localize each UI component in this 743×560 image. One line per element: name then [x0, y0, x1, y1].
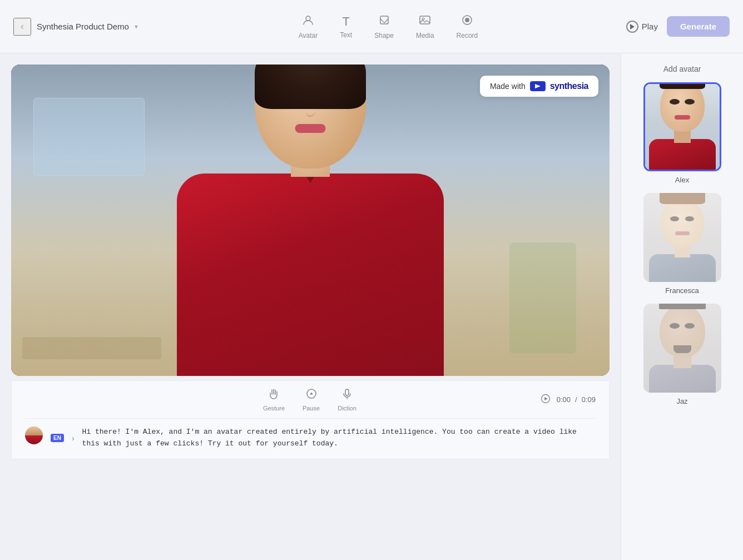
- time-total: 0:09: [582, 395, 596, 404]
- francesca-eye-r: [685, 216, 694, 221]
- tool-record[interactable]: Record: [457, 14, 478, 39]
- toolbar: ‹ Synthesia Product Demo ▾ Avatar T Text: [0, 0, 743, 53]
- avatar-card-img-jaz: [643, 304, 721, 393]
- dropdown-icon[interactable]: ▾: [135, 23, 138, 31]
- diction-label: Diction: [338, 405, 356, 412]
- diction-icon: [341, 388, 353, 403]
- controls-row: Gesture Pause: [25, 388, 596, 418]
- avatar-tool-icon: [302, 14, 314, 29]
- script-expand-arrow[interactable]: ›: [72, 434, 75, 443]
- diction-control[interactable]: Diction: [338, 388, 356, 412]
- jaz-hair: [659, 304, 706, 309]
- time-separator: /: [575, 395, 577, 404]
- jaz-eye-r: [685, 323, 695, 329]
- video-preview: Made with synthesia: [11, 65, 610, 376]
- avatar-hair: [255, 65, 366, 109]
- plant-right: [509, 242, 576, 354]
- svg-point-8: [310, 393, 313, 395]
- controls-center: Gesture Pause: [263, 388, 356, 412]
- alex-body: [649, 139, 716, 170]
- play-label: Play: [642, 22, 658, 31]
- toolbar-center: Avatar T Text Shape Media: [158, 14, 618, 39]
- avatar-name-jaz: Jaz: [676, 397, 687, 405]
- alex-eye-r: [685, 99, 695, 105]
- jaz-eye-l: [670, 323, 680, 329]
- svg-rect-2: [420, 16, 430, 24]
- avatar-jaz-bg: [643, 304, 721, 393]
- gesture-control[interactable]: Gesture: [263, 388, 285, 412]
- francesca-head: [661, 197, 704, 247]
- pause-control[interactable]: Pause: [303, 388, 320, 412]
- francesca-hair: [660, 193, 705, 204]
- toolbar-left: ‹ Synthesia Product Demo ▾: [13, 18, 158, 36]
- back-button[interactable]: ‹: [13, 18, 31, 36]
- avatar-lips: [295, 124, 326, 133]
- francesca-lips: [675, 231, 690, 235]
- avatar-card-francesca[interactable]: Francesca: [628, 193, 736, 295]
- generate-button[interactable]: Generate: [667, 16, 730, 37]
- francesca-eye-l: [670, 216, 679, 221]
- back-icon: ‹: [21, 21, 24, 32]
- text-tool-label: Text: [340, 31, 352, 39]
- jaz-beard: [673, 345, 691, 353]
- bottom-controls-panel: Gesture Pause: [11, 380, 610, 459]
- svg-point-5: [465, 18, 469, 22]
- tool-shape[interactable]: Shape: [374, 14, 394, 39]
- gesture-icon: [268, 388, 280, 403]
- avatar-name-francesca: Francesca: [665, 286, 699, 295]
- avatar-card-img-francesca: [643, 193, 721, 282]
- main-content: Made with synthesia: [0, 53, 743, 560]
- watermark-badge: Made with synthesia: [480, 76, 598, 97]
- avatar-tool-label: Avatar: [299, 32, 318, 39]
- avatar-clothing: [177, 174, 444, 376]
- play-button[interactable]: Play: [626, 21, 658, 33]
- francesca-body: [649, 254, 716, 282]
- tool-text[interactable]: T Text: [340, 14, 352, 39]
- media-tool-icon: [419, 14, 431, 29]
- svg-point-3: [422, 18, 424, 20]
- time-current: 0:00: [557, 395, 571, 404]
- svg-point-0: [306, 16, 310, 21]
- controls-right: 0:00 / 0:09: [539, 393, 596, 407]
- shape-tool-label: Shape: [374, 32, 394, 39]
- play-mini-button[interactable]: [539, 393, 552, 407]
- script-avatar-img: [25, 427, 43, 444]
- tool-avatar[interactable]: Avatar: [299, 14, 318, 39]
- shape-tool-icon: [378, 14, 390, 29]
- furniture-left: [22, 337, 161, 359]
- record-tool-icon: [461, 14, 473, 29]
- text-tool-icon: T: [342, 14, 349, 29]
- jaz-body: [649, 365, 716, 393]
- synthesia-logo-icon: [530, 81, 546, 91]
- media-tool-label: Media: [416, 32, 434, 39]
- alex-eye-l: [670, 99, 680, 105]
- sidebar-title: Add avatar: [628, 65, 736, 73]
- avatar-card-alex[interactable]: Alex: [628, 82, 736, 184]
- alex-hair: [660, 84, 705, 89]
- pause-label: Pause: [303, 405, 320, 412]
- script-text[interactable]: Hi there! I'm Alex, and I'm an avatar cr…: [82, 427, 596, 450]
- alex-lips: [675, 115, 690, 120]
- window-left: [33, 98, 145, 176]
- right-sidebar: Add avatar Al: [621, 53, 743, 560]
- avatar-name-alex: Alex: [675, 176, 689, 184]
- avatar-card-jaz[interactable]: Jaz: [628, 304, 736, 405]
- center-panel: Made with synthesia: [0, 53, 621, 560]
- gesture-label: Gesture: [263, 405, 285, 412]
- avatar-alex-bg: [645, 84, 720, 170]
- jaz-head: [660, 305, 705, 358]
- svg-marker-6: [535, 84, 541, 88]
- play-icon: [626, 21, 638, 33]
- svg-marker-11: [544, 397, 548, 400]
- toolbar-right: Play Generate: [618, 16, 730, 37]
- tool-media[interactable]: Media: [416, 14, 434, 39]
- avatar-francesca-bg: [643, 193, 721, 282]
- project-name[interactable]: Synthesia Product Demo: [37, 22, 129, 31]
- watermark-made-with: Made with: [490, 82, 526, 91]
- record-tool-label: Record: [457, 32, 478, 39]
- script-avatar-thumbnail: [25, 427, 43, 444]
- synthesia-brand-name: synthesia: [550, 81, 588, 91]
- avatar-card-img-alex: [643, 82, 721, 171]
- language-badge: EN: [51, 434, 64, 442]
- pause-icon: [305, 388, 318, 403]
